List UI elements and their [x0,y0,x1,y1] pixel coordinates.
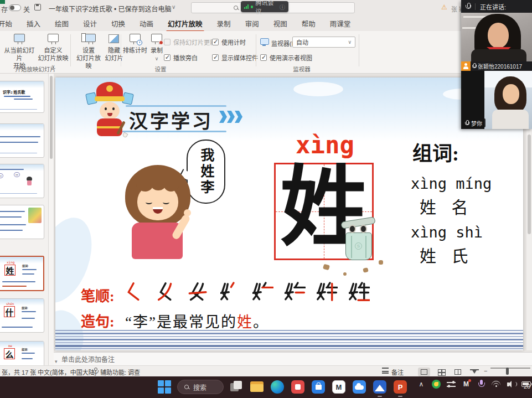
app-store-red-button[interactable] [290,379,306,395]
use-timings-checkbox[interactable]: 使用计时 [212,38,246,46]
taskbar-clock[interactable]: 20 [524,383,530,390]
presentation-icon [12,33,27,45]
monitor-dropdown[interactable]: 自动 ∨ [292,37,355,48]
slide-thumbnail-4[interactable] [0,205,44,239]
meeting-panel[interactable]: 正在讲话: 张颖怡220161017 梦你 [461,0,532,129]
thumbnail-side-label: 组词: [22,263,29,267]
zuci-pinyin-2: xìng shì [411,224,483,241]
thumbnail-art [0,124,44,157]
use-presenter-view-checkbox[interactable]: 使用演示者视图 [260,53,312,62]
scrollbar-thumb[interactable] [50,76,53,159]
accessibility-status[interactable]: 辅助功能: 调查 [100,368,140,376]
save-icon[interactable] [34,4,41,11]
slide-canvas[interactable]: 汉字学习 我姓李 xìng 姓 S [55,77,523,350]
tab-animations[interactable]: 动画 [132,15,161,32]
slide-thumbnail-2[interactable] [0,123,44,158]
tab-rain-classroom[interactable]: 雨课堂 [323,15,358,32]
participant-video-1[interactable] [461,13,532,61]
status-dot-icon [251,6,253,8]
taskbar: 搜索 M P ∧ M 20 [0,376,532,398]
group-divider [121,34,121,66]
wifi-icon[interactable] [491,379,501,389]
tab-transitions[interactable]: 切换 [104,15,132,32]
slide-thumbnail-5-current[interactable]: xìng 姓 组词: [0,256,44,291]
search-icon [234,6,239,11]
stroke-step-7 [317,280,338,303]
powerpoint-button[interactable]: P [392,379,408,395]
language-indicator[interactable]: 中文(简体，中国大陆) [38,368,96,376]
slide-thumbnail-1[interactable]: 识字2 姓氏歌 [0,81,44,113]
stroke-step-5 [252,280,273,303]
hide-slide-button[interactable]: 隐藏幻灯片 [103,33,125,63]
reading-view-icon [454,369,461,375]
slide-thumbnail-6[interactable]: shén 什 组词: [0,298,44,333]
scrollbar-thumb[interactable] [528,135,531,234]
zoom-slider-track[interactable] [490,368,530,369]
tab-view[interactable]: 视图 [266,15,295,32]
signal-icon [244,4,249,9]
microphone-icon [472,63,476,69]
thumbnail-pinyin: xìng [7,260,14,264]
document-title[interactable]: 一年级下识字2姓氏歌 • 已保存到这台电脑 [49,4,172,13]
tab-slideshow[interactable]: 幻灯片放映 [161,15,210,32]
tray-m-notification-icon[interactable]: M [461,379,471,389]
tab-home[interactable]: 开始 [0,15,19,32]
file-explorer-button[interactable] [249,379,265,395]
thumbnail-art [0,205,44,239]
notes-button-icon [382,368,389,373]
info-icon[interactable]: ⓘ [280,3,285,11]
chevron-down-icon: ∨ [348,39,352,45]
reading-view-button[interactable] [452,368,464,376]
start-button[interactable] [157,379,172,395]
tray-green-app-icon[interactable] [431,379,441,389]
slideshow-view-button[interactable] [468,368,481,376]
record-button[interactable]: 录制∨ [147,33,166,63]
rehearse-timings-button[interactable]: 排练计时 [123,33,147,55]
thumbnail-side-label: 组词: [22,347,28,351]
cloud-app-button[interactable] [352,379,367,395]
notes-panel[interactable]: 单击此处添加备注 [54,352,532,365]
folder-icon [250,381,264,392]
tray-expand-icon[interactable]: ∧ [416,379,426,389]
zoom-slider-thumb[interactable] [506,368,509,375]
show-media-controls-checkbox[interactable]: 显示媒体控件 [212,53,258,62]
slide-thumbnail-3[interactable]: ●● ●● [0,164,44,198]
taskbar-search[interactable]: 搜索 [177,380,224,394]
notes-button[interactable]: 备注 [391,368,404,376]
warning-icon[interactable]: ⚠ [441,3,447,11]
tab-insert[interactable]: 插入 [19,15,48,32]
edge-browser-button[interactable] [270,379,285,395]
zoom-out-button[interactable]: − [484,368,487,374]
notes-collapse-icon[interactable]: ▾ [55,359,58,364]
tab-review[interactable]: 审阅 [238,15,266,32]
m-app-button[interactable]: M [331,379,347,395]
chevron-down-icon[interactable]: ∨ [172,4,175,10]
edge-icon [271,380,284,394]
tab-help[interactable]: 帮助 [295,15,323,32]
volume-icon[interactable] [506,379,516,389]
play-narrations-checkbox[interactable]: 播放旁白 [164,53,198,62]
slide-thumbnail-7[interactable]: me 么 组词: [0,341,44,365]
keep-slides-updated-checkbox[interactable]: 保持幻灯片更新 [164,38,216,46]
slide-sorter-button[interactable] [435,368,447,376]
tray-settings-icon[interactable] [446,379,456,389]
tray-microphone-icon[interactable] [476,379,486,389]
tab-design[interactable]: 设计 [76,15,104,32]
setup-slideshow-button[interactable]: 设置幻灯片放映 [74,33,103,70]
participant-name-bar: 张颖怡220161017 [461,61,532,71]
task-view-button[interactable] [229,379,244,395]
mountain-icon [373,380,386,394]
tab-draw[interactable]: 绘图 [48,15,76,32]
microsoft-store-button[interactable] [311,379,326,395]
autosave-toggle[interactable] [9,4,21,11]
tab-record[interactable]: 录制 [210,15,238,32]
microphone-icon [466,3,471,11]
zuci-pinyin-1: xìng míng [411,175,492,192]
thumbnail-scrollbar[interactable] [49,74,54,365]
slide-count: 张，共 17 张 [2,368,36,376]
meeting-floating-badge[interactable]: 腾讯会议 ⓘ [241,1,288,12]
mountain-app-button[interactable] [372,379,388,395]
normal-view-button[interactable] [418,368,430,376]
participant-video-2[interactable] [484,71,532,129]
crumb-decoration [343,272,347,276]
